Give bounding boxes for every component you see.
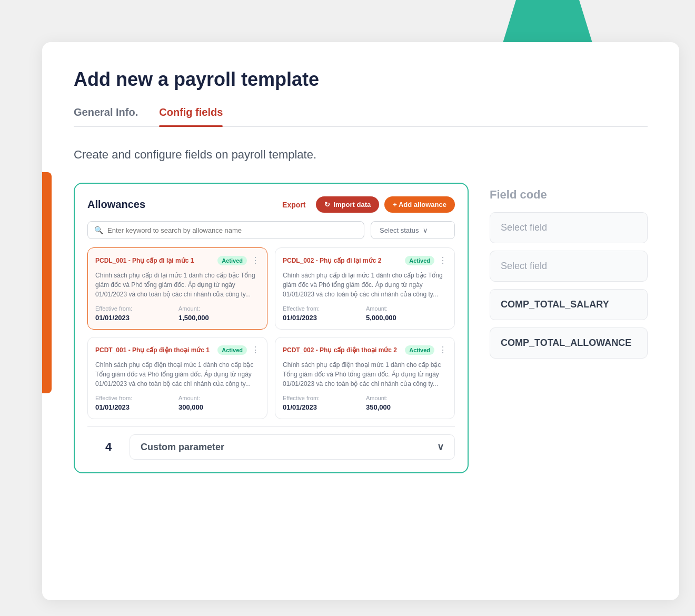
- allowance-card-2[interactable]: PCDL_002 - Phụ cấp đi lại mức 2 Actived …: [275, 247, 455, 330]
- search-input-wrap: 🔍: [87, 221, 364, 239]
- panel-title: Allowances: [87, 198, 145, 211]
- card-header-1: PCDL_001 - Phụ cấp đi lại mức 1 Actived …: [95, 255, 260, 265]
- panel-header: Allowances Export ↻ Import data + Add al…: [87, 196, 455, 213]
- chevron-down-icon: ∨: [423, 226, 428, 234]
- field-item-2[interactable]: Select field: [490, 251, 648, 282]
- effective-label-2: Effective from:: [283, 305, 364, 312]
- amount-label-3: Amount:: [178, 395, 260, 401]
- effective-label-1: Effective from:: [95, 305, 176, 312]
- main-card: Add new a payroll template General Info.…: [42, 42, 679, 600]
- amount-value-3: 300,000: [178, 403, 260, 411]
- effective-value-3: 01/01/2023: [95, 403, 176, 411]
- card-desc-1: Chính sách phụ cấp đi lại mức 1 dành cho…: [95, 271, 260, 299]
- card-meta-1: Effective from: Amount: 01/01/2023 1,500…: [95, 305, 260, 322]
- card-menu-icon-2[interactable]: ⋮: [439, 255, 447, 265]
- card-status-3: Actived: [217, 345, 247, 355]
- field-item-1[interactable]: Select field: [490, 212, 648, 243]
- panel-actions: Export ↻ Import data + Add allowance: [277, 196, 455, 213]
- amount-value-4: 350,000: [366, 403, 447, 411]
- field-item-3[interactable]: COMP_TOTAL_SALARY: [490, 289, 648, 320]
- allowance-card-3[interactable]: PCDT_001 - Phụ cấp điện thoại mức 1 Acti…: [87, 337, 267, 419]
- allowances-panel: Allowances Export ↻ Import data + Add al…: [74, 183, 469, 473]
- card-menu-icon-3[interactable]: ⋮: [251, 345, 260, 355]
- effective-label-3: Effective from:: [95, 395, 176, 401]
- allowance-card-1[interactable]: PCDL_001 - Phụ cấp đi lại mức 1 Actived …: [87, 247, 267, 330]
- card-title-4: PCDT_002 - Phụ cấp điện thoại mức 2: [283, 346, 405, 354]
- amount-label-4: Amount:: [366, 395, 447, 401]
- add-allowance-button[interactable]: + Add allowance: [384, 196, 455, 213]
- card-status-2: Actived: [405, 256, 434, 265]
- card-meta-2: Effective from: Amount: 01/01/2023 5,000…: [283, 305, 447, 322]
- field-code-title: Field code: [490, 188, 648, 202]
- section-description: Create and configure fields on payroll t…: [74, 148, 648, 162]
- panel-bottom: 4 Custom parameter ∨: [87, 426, 455, 460]
- right-panel: Field code Select field Select field COM…: [490, 183, 648, 473]
- card-menu-icon-1[interactable]: ⋮: [251, 255, 260, 265]
- effective-value-2: 01/01/2023: [283, 314, 364, 322]
- card-header-2: PCDL_002 - Phụ cấp đi lại mức 2 Actived …: [283, 255, 447, 265]
- card-meta-4: Effective from: Amount: 01/01/2023 350,0…: [283, 395, 447, 411]
- card-title-1: PCDL_001 - Phụ cấp đi lại mức 1: [95, 257, 217, 264]
- cards-grid: PCDL_001 - Phụ cấp đi lại mức 1 Actived …: [87, 247, 455, 419]
- effective-label-4: Effective from:: [283, 395, 364, 401]
- amount-label-2: Amount:: [366, 305, 447, 312]
- import-button[interactable]: ↻ Import data: [316, 196, 379, 213]
- search-row: 🔍 Select status ∨: [87, 221, 455, 239]
- tab-config-fields[interactable]: Config fields: [159, 106, 223, 126]
- effective-value-4: 01/01/2023: [283, 403, 364, 411]
- tab-general-info[interactable]: General Info.: [74, 106, 138, 126]
- effective-value-1: 01/01/2023: [95, 314, 176, 322]
- card-header-4: PCDT_002 - Phụ cấp điện thoại mức 2 Acti…: [283, 345, 447, 355]
- status-select[interactable]: Select status ∨: [371, 221, 455, 239]
- card-desc-4: Chính sách phụ cấp điện thoại mức 1 dành…: [283, 360, 447, 389]
- card-meta-3: Effective from: Amount: 01/01/2023 300,0…: [95, 395, 260, 411]
- amount-value-2: 5,000,000: [366, 314, 447, 322]
- card-status-4: Actived: [405, 345, 434, 355]
- tabs: General Info. Config fields: [74, 106, 648, 127]
- field-item-4[interactable]: COMP_TOTAL_ALLOWANCE: [490, 327, 648, 359]
- page-title: Add new a payroll template: [74, 68, 648, 91]
- amount-value-1: 1,500,000: [178, 314, 260, 322]
- content-area: Allowances Export ↻ Import data + Add al…: [74, 183, 648, 473]
- card-desc-3: Chính sách phụ cấp điện thoại mức 1 dành…: [95, 360, 260, 389]
- amount-label-1: Amount:: [178, 305, 260, 312]
- card-status-1: Actived: [217, 256, 247, 265]
- card-desc-2: Chính sách phụ cấp đi lại mức 1 dành cho…: [283, 271, 447, 299]
- count-badge: 4: [87, 434, 130, 460]
- search-input[interactable]: [107, 226, 358, 234]
- card-header-3: PCDT_001 - Phụ cấp điện thoại mức 1 Acti…: [95, 345, 260, 355]
- card-title-2: PCDL_002 - Phụ cấp đi lại mức 2: [283, 257, 405, 264]
- chevron-down-icon-param: ∨: [437, 441, 444, 453]
- allowance-card-4[interactable]: PCDT_002 - Phụ cấp điện thoại mức 2 Acti…: [275, 337, 455, 419]
- custom-param-label: Custom parameter: [141, 442, 224, 453]
- card-title-3: PCDT_001 - Phụ cấp điện thoại mức 1: [95, 346, 217, 354]
- search-icon: 🔍: [94, 226, 103, 234]
- custom-parameter-button[interactable]: Custom parameter ∨: [130, 434, 455, 460]
- status-placeholder: Select status: [380, 226, 419, 234]
- sync-icon: ↻: [324, 201, 330, 208]
- import-label: Import data: [333, 201, 371, 208]
- card-menu-icon-4[interactable]: ⋮: [439, 345, 447, 355]
- export-button[interactable]: Export: [277, 197, 311, 212]
- orange-accent-bar: [42, 172, 52, 393]
